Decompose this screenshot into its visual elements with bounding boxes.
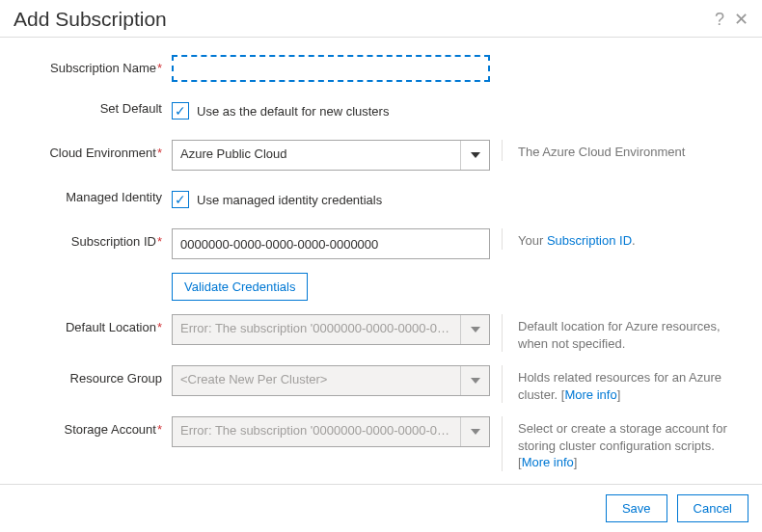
storage-account-help: Select or create a storage account for s… <box>502 416 748 471</box>
managed-identity-checkbox[interactable]: ✓ <box>172 191 189 208</box>
help-icon[interactable]: ? <box>715 11 724 28</box>
set-default-label: Set Default <box>14 95 172 116</box>
subscription-id-help: Your Subscription ID. <box>502 228 748 250</box>
default-location-select[interactable]: Error: The subscription '0000000-0000-00… <box>172 314 490 345</box>
resource-group-help: Holds related resources for an Azure clu… <box>502 365 748 403</box>
storage-account-label: Storage Account* <box>14 416 172 437</box>
dialog-header: Add Subscription ? ✕ <box>0 0 762 37</box>
resource-group-value: <Create New Per Cluster> <box>173 366 460 395</box>
cloud-env-value: Azure Public Cloud <box>173 141 460 170</box>
cloud-env-select[interactable]: Azure Public Cloud <box>172 140 490 171</box>
validate-credentials-button[interactable]: Validate Credentials <box>172 273 308 301</box>
storage-account-select[interactable]: Error: The subscription '0000000-0000-00… <box>172 416 490 447</box>
resource-group-more-info-link[interactable]: More info <box>564 387 616 402</box>
dialog-footer: Save Cancel <box>0 485 762 532</box>
subscription-name-label: Subscription Name* <box>14 55 172 75</box>
form-area: Subscription Name* Set Default ✓ Use as … <box>0 38 762 484</box>
cancel-button[interactable]: Cancel <box>677 494 748 522</box>
chevron-down-icon <box>460 315 489 344</box>
add-subscription-dialog: Add Subscription ? ✕ Subscription Name* … <box>0 0 762 532</box>
managed-identity-text: Use managed identity credentials <box>197 193 382 207</box>
chevron-down-icon <box>460 417 489 446</box>
storage-account-more-info-link[interactable]: More info <box>522 455 574 469</box>
subscription-id-input[interactable] <box>172 228 490 259</box>
storage-account-value: Error: The subscription '0000000-0000-00… <box>173 417 460 446</box>
subscription-id-link[interactable]: Subscription ID <box>547 233 632 248</box>
default-location-label: Default Location* <box>14 314 172 334</box>
subscription-name-input[interactable] <box>172 55 490 82</box>
subscription-id-label: Subscription ID* <box>14 228 172 249</box>
save-button[interactable]: Save <box>606 494 667 522</box>
close-icon[interactable]: ✕ <box>734 11 748 28</box>
managed-identity-label: Managed Identity <box>14 184 172 204</box>
cloud-env-label: Cloud Environment* <box>14 140 172 160</box>
set-default-text: Use as the default for new clusters <box>197 104 389 119</box>
chevron-down-icon <box>460 141 489 170</box>
default-location-value: Error: The subscription '0000000-0000-00… <box>173 315 460 344</box>
resource-group-select[interactable]: <Create New Per Cluster> <box>172 365 490 396</box>
default-location-help: Default location for Azure resources, wh… <box>502 314 748 352</box>
set-default-checkbox[interactable]: ✓ <box>172 102 189 120</box>
resource-group-label: Resource Group <box>14 365 172 386</box>
dialog-title: Add Subscription <box>14 8 167 31</box>
cloud-env-help: The Azure Cloud Environment <box>502 140 748 161</box>
chevron-down-icon <box>460 366 489 395</box>
